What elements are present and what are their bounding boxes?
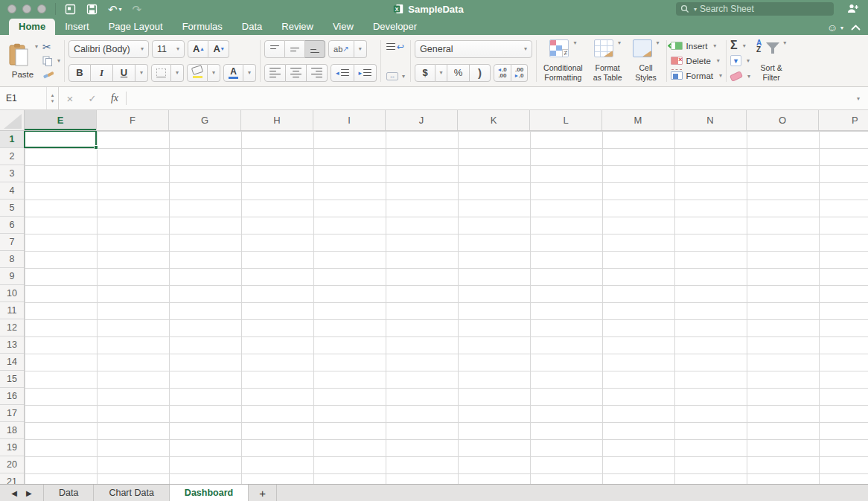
new-workbook-icon[interactable] bbox=[65, 4, 76, 15]
ribbon-tab-data[interactable]: Data bbox=[232, 19, 272, 35]
autosum-button[interactable]: Σ ▾ bbox=[730, 39, 750, 52]
delete-cells-button[interactable]: × Delete ▾ bbox=[671, 55, 722, 67]
add-sheet-button[interactable]: + bbox=[248, 485, 277, 501]
row-header-7[interactable]: 7 bbox=[0, 234, 24, 251]
bold-button[interactable]: B bbox=[68, 64, 91, 82]
insert-cells-button[interactable]: Insert ▾ bbox=[671, 40, 722, 52]
row-header-19[interactable]: 19 bbox=[0, 439, 24, 456]
sheet-tab-data[interactable]: Data bbox=[43, 485, 94, 501]
paste-chevron-icon[interactable]: ▾ bbox=[35, 43, 38, 50]
sheet-tab-chart-data[interactable]: Chart Data bbox=[93, 485, 169, 501]
minimize-window-button[interactable] bbox=[22, 4, 31, 13]
currency-format-button[interactable]: $ bbox=[415, 64, 435, 82]
row-header-8[interactable]: 8 bbox=[0, 251, 24, 268]
search-scope-chevron-icon[interactable]: ▾ bbox=[694, 6, 697, 13]
column-header-e[interactable]: E bbox=[25, 110, 97, 130]
column-header-h[interactable]: H bbox=[241, 110, 313, 130]
fill-color-button[interactable] bbox=[187, 64, 208, 82]
increase-font-size-button[interactable]: A▴ bbox=[188, 40, 208, 58]
undo-button[interactable]: ↶ ▾ bbox=[108, 4, 122, 15]
percent-format-button[interactable]: % bbox=[447, 64, 470, 82]
fill-handle[interactable] bbox=[94, 145, 98, 150]
close-window-button[interactable] bbox=[7, 4, 16, 13]
next-sheet-button[interactable]: ▶ bbox=[26, 489, 32, 497]
ribbon-tab-formulas[interactable]: Formulas bbox=[173, 19, 232, 35]
row-header-12[interactable]: 12 bbox=[0, 319, 24, 336]
column-header-m[interactable]: M bbox=[602, 110, 674, 130]
row-header-1[interactable]: 1 bbox=[0, 131, 24, 148]
font-color-button[interactable]: A bbox=[223, 64, 243, 82]
paste-button[interactable]: ▾ bbox=[7, 43, 38, 68]
feedback-smiley-button[interactable]: ☺ ▾ bbox=[827, 22, 843, 33]
underline-button[interactable]: U bbox=[113, 64, 135, 82]
cell-styles-button[interactable]: ▾ CellStyles bbox=[630, 39, 663, 83]
row-header-14[interactable]: 14 bbox=[0, 354, 24, 371]
ribbon-tab-insert[interactable]: Insert bbox=[55, 19, 99, 35]
column-header-j[interactable]: J bbox=[386, 110, 458, 130]
row-header-9[interactable]: 9 bbox=[0, 268, 24, 285]
row-header-16[interactable]: 16 bbox=[0, 388, 24, 405]
sheet-tab-dashboard[interactable]: Dashboard bbox=[169, 485, 249, 501]
orientation-button[interactable]: ab↗ bbox=[328, 40, 354, 58]
row-header-21[interactable]: 21 bbox=[0, 473, 24, 484]
merge-cells-button[interactable]: ↔ ▾ bbox=[386, 72, 405, 80]
borders-chevron-button[interactable]: ▾ bbox=[171, 64, 184, 82]
previous-sheet-button[interactable]: ◀ bbox=[11, 489, 17, 497]
italic-button[interactable]: I bbox=[91, 64, 113, 82]
name-box[interactable]: E1 bbox=[0, 87, 46, 109]
confirm-entry-icon[interactable]: ✓ bbox=[81, 87, 103, 109]
format-as-table-button[interactable]: ▾ Formatas Table bbox=[590, 39, 625, 83]
cut-button[interactable]: ✂ bbox=[42, 41, 60, 53]
row-header-20[interactable]: 20 bbox=[0, 456, 24, 473]
font-color-chevron-button[interactable]: ▾ bbox=[243, 64, 256, 82]
align-left-button[interactable] bbox=[264, 64, 286, 82]
comma-format-button[interactable]: ) bbox=[470, 64, 491, 82]
insert-function-icon[interactable]: fx bbox=[103, 87, 126, 109]
underline-chevron-button[interactable]: ▾ bbox=[135, 64, 148, 82]
font-name-select[interactable]: Calibri (Body)▾ bbox=[68, 40, 149, 58]
column-header-k[interactable]: K bbox=[458, 110, 530, 130]
sort-filter-button[interactable]: AZ ▾ Sort &Filter bbox=[756, 39, 786, 83]
row-header-18[interactable]: 18 bbox=[0, 422, 24, 439]
row-header-17[interactable]: 17 bbox=[0, 405, 24, 422]
column-header-n[interactable]: N bbox=[674, 110, 747, 130]
select-all-corner[interactable] bbox=[0, 110, 25, 130]
row-header-4[interactable]: 4 bbox=[0, 182, 24, 200]
increase-decimal-button[interactable]: ◂.0 .00 bbox=[494, 64, 511, 82]
row-header-11[interactable]: 11 bbox=[0, 302, 24, 319]
column-header-i[interactable]: I bbox=[313, 110, 386, 130]
ribbon-tab-home[interactable]: Home bbox=[9, 19, 55, 35]
column-header-f[interactable]: F bbox=[97, 110, 169, 130]
column-header-p[interactable]: P bbox=[819, 110, 868, 130]
formula-input[interactable] bbox=[127, 87, 849, 109]
copy-button[interactable]: ▾ bbox=[42, 55, 60, 67]
borders-button[interactable] bbox=[151, 64, 171, 82]
row-header-15[interactable]: 15 bbox=[0, 371, 24, 388]
merge-chevron-icon[interactable]: ▾ bbox=[402, 73, 405, 80]
column-header-g[interactable]: G bbox=[169, 110, 241, 130]
number-format-select[interactable]: General▾ bbox=[415, 40, 532, 58]
decrease-indent-button[interactable]: ◂ bbox=[331, 64, 354, 82]
format-painter-button[interactable] bbox=[42, 69, 60, 81]
align-bottom-button[interactable] bbox=[305, 40, 325, 58]
align-right-button[interactable] bbox=[307, 64, 328, 82]
orientation-chevron-button[interactable]: ▾ bbox=[354, 40, 367, 58]
row-header-13[interactable]: 13 bbox=[0, 336, 24, 354]
row-header-3[interactable]: 3 bbox=[0, 165, 24, 182]
format-cells-button[interactable]: Format ▾ bbox=[671, 70, 722, 82]
column-header-l[interactable]: L bbox=[530, 110, 602, 130]
cancel-entry-icon[interactable]: × bbox=[59, 87, 81, 109]
row-header-2[interactable]: 2 bbox=[0, 148, 24, 165]
ribbon-tab-developer[interactable]: Developer bbox=[363, 19, 427, 35]
font-size-select[interactable]: 11▾ bbox=[152, 40, 185, 58]
expand-formula-bar-icon[interactable]: ▾ bbox=[849, 87, 868, 109]
decrease-decimal-button[interactable]: .00 ▸.0 bbox=[511, 64, 529, 82]
column-header-o[interactable]: O bbox=[747, 110, 819, 130]
align-top-button[interactable] bbox=[264, 40, 285, 58]
fill-color-chevron-button[interactable]: ▾ bbox=[208, 64, 220, 82]
save-icon[interactable] bbox=[86, 4, 98, 15]
row-header-6[interactable]: 6 bbox=[0, 217, 24, 234]
name-box-stepper[interactable]: ▴▾ bbox=[46, 87, 58, 109]
undo-chevron-icon[interactable]: ▾ bbox=[119, 6, 122, 13]
increase-indent-button[interactable]: ▸ bbox=[354, 64, 377, 82]
